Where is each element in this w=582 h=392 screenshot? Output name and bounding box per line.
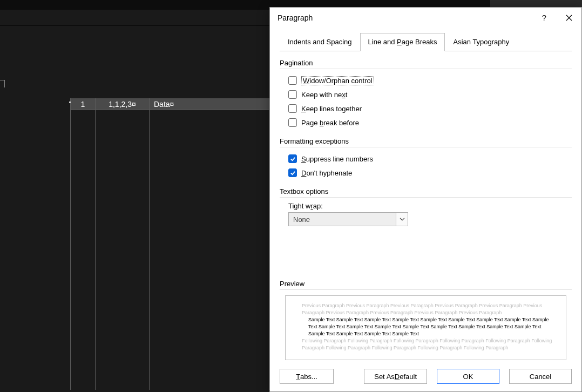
dialog-buttons: Tabs... Set As Default OK Cancel bbox=[270, 360, 581, 391]
tab-line-page-breaks[interactable]: Line and Page Breaks bbox=[360, 33, 445, 51]
close-button[interactable] bbox=[557, 8, 581, 28]
table-col-2-header[interactable]: Data¤ bbox=[150, 98, 269, 110]
ruler-mark bbox=[0, 80, 5, 87]
keep-with-next-label: Keep with next bbox=[301, 91, 347, 99]
tab-label-post: age Breaks bbox=[402, 38, 437, 46]
suppress-line-numbers-row[interactable]: Suppress line numbers bbox=[288, 152, 572, 166]
dont-hyphenate-checkbox[interactable] bbox=[288, 168, 297, 177]
tight-wrap-dropdown-button[interactable] bbox=[396, 212, 408, 226]
table-col-0-header[interactable]: 1 bbox=[71, 98, 95, 110]
table-col-0[interactable]: 1 bbox=[70, 98, 95, 390]
table-col-1-header[interactable]: 1,1,2,3¤ bbox=[96, 98, 149, 110]
dont-hyphenate-label: Don't hyphenate bbox=[301, 169, 352, 177]
dialog-title: Paragraph bbox=[278, 13, 532, 22]
tab-label: Asian Typography bbox=[453, 38, 509, 46]
dont-hyphenate-row[interactable]: Don't hyphenate bbox=[288, 166, 572, 180]
preview-sample-text: Sample Text Sample Text Sample Text Samp… bbox=[308, 316, 553, 337]
tab-label-pre: Line and bbox=[368, 38, 397, 46]
tab-asian-typography[interactable]: Asian Typography bbox=[445, 33, 517, 51]
section-preview: Preview bbox=[280, 280, 572, 290]
set-as-default-button[interactable]: Set As Default bbox=[364, 369, 427, 384]
close-icon bbox=[566, 15, 572, 21]
check-icon bbox=[290, 170, 296, 176]
tabs-button[interactable]: Tabs... bbox=[280, 369, 334, 384]
dialog-titlebar[interactable]: Paragraph ? bbox=[270, 8, 581, 28]
suppress-line-numbers-label: Suppress line numbers bbox=[301, 155, 373, 163]
keep-lines-together-row[interactable]: Keep lines together bbox=[288, 102, 572, 116]
section-formatting-exceptions: Formatting exceptions bbox=[280, 137, 572, 147]
section-pagination: Pagination bbox=[280, 59, 572, 69]
keep-lines-together-label: Keep lines together bbox=[301, 105, 362, 113]
ok-button[interactable]: OK bbox=[437, 369, 499, 384]
chevron-down-icon bbox=[400, 218, 405, 221]
page-break-before-label: Page break before bbox=[301, 119, 359, 127]
tab-mnemonic: P bbox=[397, 38, 402, 46]
table-col-1[interactable]: 1,1,2,3¤ bbox=[95, 98, 149, 390]
preview-box: Previous Paragraph Previous Paragraph Pr… bbox=[285, 295, 566, 360]
keep-with-next-row[interactable]: Keep with next bbox=[288, 87, 572, 102]
dialog-tabs: Indents and Spacing Line and Page Breaks… bbox=[280, 32, 572, 51]
keep-with-next-checkbox[interactable] bbox=[288, 90, 297, 99]
tab-indents-spacing[interactable]: Indents and Spacing bbox=[280, 33, 360, 51]
table-anchor-icon bbox=[69, 102, 71, 103]
suppress-line-numbers-checkbox[interactable] bbox=[288, 154, 297, 163]
preview-previous-paragraph: Previous Paragraph Previous Paragraph Pr… bbox=[302, 302, 553, 316]
tight-wrap-select[interactable]: None bbox=[288, 212, 572, 226]
widow-orphan-label: Widow/Orphan control bbox=[301, 76, 374, 85]
pagination-options: Widow/Orphan control Keep with next Keep… bbox=[288, 73, 572, 130]
formatting-options: Suppress line numbers Don't hyphenate bbox=[288, 152, 572, 180]
page-break-before-row[interactable]: Page break before bbox=[288, 116, 572, 130]
table-col-2[interactable]: Data¤ bbox=[149, 98, 269, 390]
widow-orphan-row[interactable]: Widow/Orphan control bbox=[288, 73, 572, 87]
help-button[interactable]: ? bbox=[532, 8, 557, 28]
preview-following-paragraph: Following Paragraph Following Paragraph … bbox=[302, 337, 553, 352]
paragraph-dialog: Paragraph ? Indents and Spacing Line and… bbox=[269, 7, 582, 392]
dialog-body: Indents and Spacing Line and Page Breaks… bbox=[270, 28, 581, 360]
widow-orphan-checkbox[interactable] bbox=[288, 76, 297, 85]
tab-label: Indents and Spacing bbox=[288, 38, 352, 46]
tight-wrap-value[interactable]: None bbox=[288, 212, 396, 226]
tight-wrap-label: Tight wrap: bbox=[288, 202, 572, 210]
check-icon bbox=[290, 156, 296, 162]
section-textbox-options: Textbox options bbox=[280, 187, 572, 198]
page-break-before-checkbox[interactable] bbox=[288, 118, 297, 127]
keep-lines-together-checkbox[interactable] bbox=[288, 104, 297, 113]
dialog-spacer bbox=[280, 226, 572, 272]
cancel-button[interactable]: Cancel bbox=[509, 369, 572, 384]
